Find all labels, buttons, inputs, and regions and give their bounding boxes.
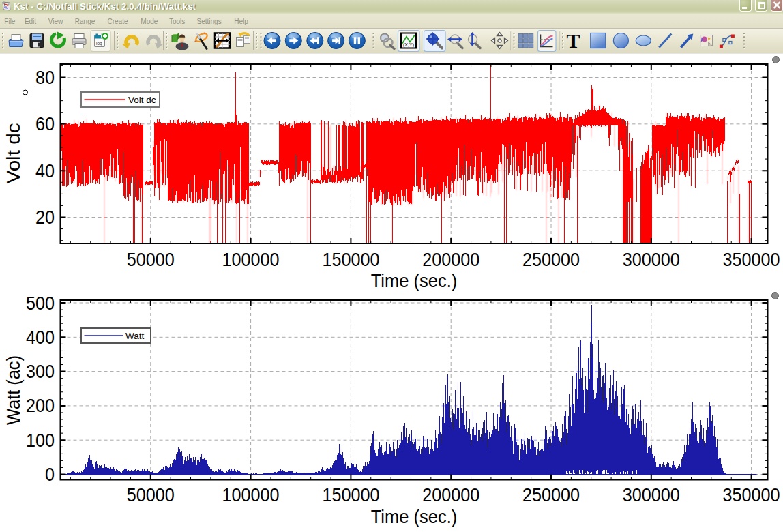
svg-text:100000: 100000: [222, 484, 280, 505]
svg-text:400: 400: [26, 327, 55, 348]
svg-text:20: 20: [35, 207, 55, 228]
svg-text:Time (sec.): Time (sec.): [371, 506, 458, 527]
svg-text:Volt dc: Volt dc: [128, 95, 156, 105]
svg-text:150000: 150000: [322, 249, 379, 270]
svg-text:log: log: [96, 41, 102, 46]
svg-text:250000: 250000: [522, 249, 580, 270]
svg-text:Watt: Watt: [125, 331, 144, 341]
svg-text:350000: 350000: [723, 249, 780, 270]
svg-text:(X,Y): (X,Y): [403, 42, 414, 48]
svg-text:Volt dc: Volt dc: [3, 123, 24, 183]
svg-text:100000: 100000: [222, 249, 280, 270]
svg-text:50000: 50000: [127, 249, 175, 270]
svg-text:50000: 50000: [127, 484, 175, 505]
svg-text:200000: 200000: [422, 249, 479, 270]
svg-text:350000: 350000: [723, 484, 780, 505]
svg-text:0: 0: [45, 464, 55, 485]
svg-text:500: 500: [26, 293, 55, 314]
svg-text:40: 40: [35, 160, 55, 181]
svg-text:200000: 200000: [422, 484, 479, 505]
svg-text:150000: 150000: [322, 484, 379, 505]
svg-text:300000: 300000: [623, 249, 680, 270]
svg-text:Time (sec.): Time (sec.): [371, 270, 458, 291]
svg-text:300000: 300000: [623, 484, 680, 505]
svg-text:Watt (ac): Watt (ac): [3, 355, 24, 425]
svg-text:T: T: [566, 29, 580, 52]
svg-text:300: 300: [26, 361, 55, 382]
svg-text:100: 100: [26, 430, 55, 451]
svg-text:60: 60: [35, 113, 55, 134]
svg-text:250000: 250000: [522, 484, 580, 505]
svg-text:200: 200: [26, 395, 55, 416]
svg-text:80: 80: [35, 67, 55, 88]
